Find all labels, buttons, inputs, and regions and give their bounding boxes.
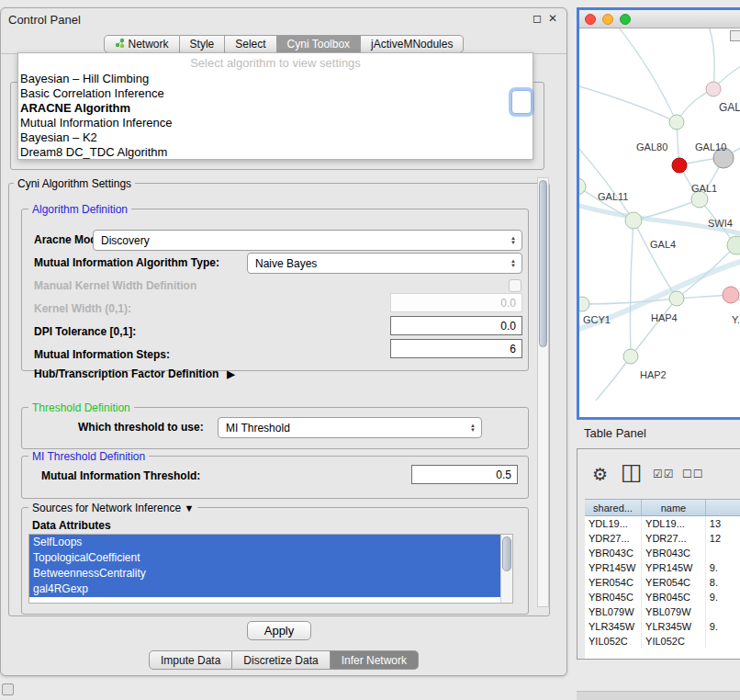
tab-label: Style: [190, 38, 215, 51]
table-cell: YPR145W: [585, 560, 642, 575]
restore-icon[interactable]: ◻: [533, 12, 542, 25]
algorithm-combobox-fragment[interactable]: [511, 90, 532, 114]
network-node[interactable]: [669, 291, 684, 306]
attribute-item-betweennesscentrality[interactable]: BetweennessCentrality: [29, 566, 500, 581]
network-canvas[interactable]: GAL...GAL80GAL10GAL11GAL1SWI4GAL4GCY1HAP…: [579, 28, 740, 417]
algorithm-option-bayesian-k2[interactable]: Bayesian – K2: [18, 130, 533, 145]
algorithm-option-basic-correlation-inference[interactable]: Basic Correlation Inference: [18, 86, 533, 101]
deselect-all-icon[interactable]: ☐☐: [682, 468, 704, 480]
kernel-width-field[interactable]: 0.0: [390, 293, 522, 312]
tab-label: Cyni Toolbox: [287, 38, 350, 51]
column-header-1[interactable]: shared...: [585, 500, 642, 515]
data-attributes-list[interactable]: SelfLoopsTopologicalCoefficientBetweenne…: [28, 534, 513, 604]
network-node[interactable]: [579, 178, 586, 195]
table-row[interactable]: YER054CYER054C8.: [585, 575, 740, 590]
table-cell: YER054C: [585, 575, 642, 590]
table-row[interactable]: YDR27...YDR27...12: [585, 531, 740, 546]
network-node[interactable]: [625, 212, 642, 229]
close-icon[interactable]: ✕: [548, 12, 557, 25]
mi-threshold-definition-title: MI Threshold Definition: [28, 450, 149, 463]
mi-threshold-field[interactable]: 0.5: [411, 465, 518, 484]
tab-style[interactable]: Style: [180, 35, 226, 53]
tab-label: jActiveMNodules: [371, 38, 453, 51]
bottom-tab-infer-network[interactable]: Infer Network: [331, 650, 419, 670]
mi-threshold-label: Mutual Information Threshold:: [41, 469, 200, 482]
manual-kernel-label: Manual Kernel Width Definition: [34, 279, 196, 292]
expand-right-icon[interactable]: ▶: [227, 368, 234, 380]
aracne-mode-select[interactable]: Discovery ▲▼: [93, 230, 522, 251]
collapse-down-icon[interactable]: ▼: [184, 502, 194, 514]
algorithm-option-bayesian-hill-climbing[interactable]: Bayesian – Hill Climbing: [18, 72, 533, 86]
attribute-item-selfloops[interactable]: SelfLoops: [29, 535, 500, 550]
sources-group-title[interactable]: Sources for Network Inference ▼: [28, 502, 197, 514]
table-cell: YBR043C: [585, 546, 642, 560]
hub-definition-expander[interactable]: Hub/Transcription Factor Definition ▶: [34, 367, 235, 380]
bottom-tab-discretize-data[interactable]: Discretize Data: [232, 650, 330, 670]
network-node[interactable]: [706, 82, 721, 96]
canvas-scrollbar-button[interactable]: [730, 30, 740, 41]
columns-icon[interactable]: ◫: [621, 458, 643, 485]
table-header-row: shared...name: [585, 499, 740, 516]
desktop: Control Panel ◻ ✕ NetworkStyleSelectCyni…: [0, 0, 740, 700]
tab-network[interactable]: Network: [104, 35, 180, 53]
window-title: Control Panel: [8, 13, 81, 27]
network-edge: [616, 28, 677, 122]
table-row[interactable]: YPR145WYPR145W9.: [585, 560, 740, 575]
network-node[interactable]: [579, 297, 589, 311]
list-scrollbar[interactable]: [500, 535, 512, 603]
network-node[interactable]: [669, 115, 684, 130]
dpi-tolerance-field[interactable]: 0.0: [390, 316, 522, 335]
tab-select[interactable]: Select: [225, 35, 276, 53]
close-traffic-light-icon[interactable]: [585, 14, 596, 25]
node-label: HAP4: [651, 312, 678, 323]
table-cell: YDL19...: [642, 516, 706, 531]
zoom-traffic-light-icon[interactable]: [620, 14, 631, 25]
collapsed-panel-strip[interactable]: [577, 691, 740, 700]
attribute-item-gal4rgexp[interactable]: gal4RGexp: [29, 581, 500, 597]
settings-scrollbar-thumb[interactable]: [539, 180, 547, 347]
table-cell: 9.: [706, 560, 740, 575]
attribute-item-topologicalcoefficient[interactable]: TopologicalCoefficient: [29, 550, 500, 566]
sources-title-text: Sources for Network Inference: [32, 502, 181, 514]
table-row[interactable]: YBL079WYBL079W: [585, 604, 740, 619]
mi-type-select[interactable]: Naive Bayes ▲▼: [247, 253, 522, 274]
table-row[interactable]: YIL052CYIL052C: [585, 634, 740, 649]
table-cell: 9.: [706, 590, 740, 604]
table-row[interactable]: YBR043CYBR043C: [585, 546, 740, 560]
network-edge: [579, 84, 677, 122]
table-cell: YIL052C: [585, 634, 642, 649]
combo-arrows-icon: ▲▼: [507, 236, 520, 245]
table-cell: YPR145W: [642, 560, 706, 575]
algorithm-option-aracne-algorithm[interactable]: ARACNE Algorithm: [18, 101, 533, 116]
select-all-icon[interactable]: ☑☑: [653, 468, 675, 480]
settings-scrollbar[interactable]: [537, 177, 549, 607]
which-threshold-select[interactable]: MI Threshold ▲▼: [218, 417, 482, 438]
kernel-width-label: Kernel Width (0,1):: [34, 302, 131, 315]
tab-jactivemnodules[interactable]: jActiveMNodules: [361, 35, 464, 53]
mi-steps-field[interactable]: 6: [390, 339, 522, 358]
dock-icon[interactable]: [2, 683, 14, 695]
tab-cyni-toolbox[interactable]: Cyni Toolbox: [277, 35, 361, 53]
node-label: GAL4: [650, 239, 676, 250]
tab-label: Select: [235, 38, 265, 51]
table-row[interactable]: YDL19...YDL19...13: [585, 516, 740, 531]
control-panel-titlebar[interactable]: Control Panel ◻ ✕: [1, 8, 566, 30]
table-body: YDL19...YDL19...13YDR27...YDR27...12YBR0…: [585, 516, 740, 649]
algorithm-option-dream8-dc-tdc-algorithm[interactable]: Dream8 DC_TDC Algorithm: [18, 145, 533, 160]
manual-kernel-checkbox[interactable]: [509, 279, 521, 292]
table-row[interactable]: YBR045CYBR045C9.: [585, 590, 740, 604]
network-node[interactable]: [727, 236, 740, 254]
algorithm-option-mutual-information-inference[interactable]: Mutual Information Inference: [18, 116, 533, 130]
table-row[interactable]: YLR345WYLR345W9.: [585, 619, 740, 634]
gear-icon[interactable]: ⚙: [592, 464, 608, 485]
network-window-titlebar[interactable]: [579, 10, 740, 28]
network-node[interactable]: [672, 158, 687, 173]
column-header-2[interactable]: name: [642, 500, 706, 515]
minimize-traffic-light-icon[interactable]: [602, 14, 613, 25]
list-scrollbar-thumb[interactable]: [502, 536, 511, 571]
apply-button[interactable]: Apply: [247, 621, 311, 640]
bottom-tab-impute-data[interactable]: Impute Data: [149, 650, 232, 670]
network-node[interactable]: [723, 287, 739, 303]
column-header-3[interactable]: [706, 500, 740, 515]
network-node[interactable]: [623, 349, 638, 364]
